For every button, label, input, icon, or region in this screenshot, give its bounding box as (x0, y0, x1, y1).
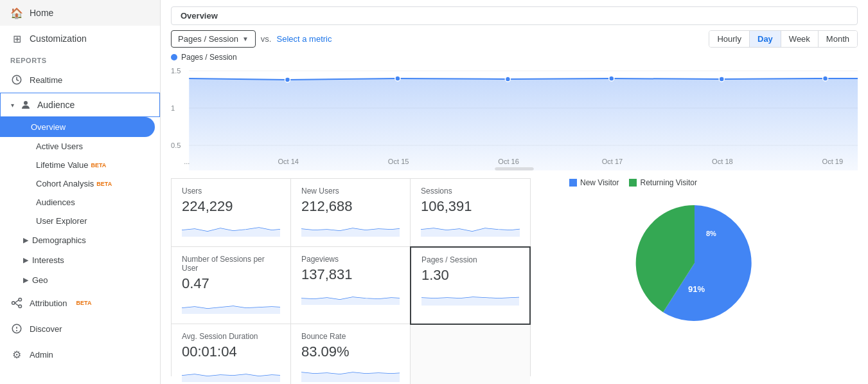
sparkline-bounce-rate (301, 363, 400, 382)
sidebar-admin-label: Admin (30, 350, 53, 360)
svg-point-1 (24, 101, 28, 105)
new-visitor-color (569, 179, 577, 187)
sidebar-item-home[interactable]: 🏠 Home (0, 0, 160, 26)
line-chart: 1.5 1 0.5 (171, 64, 858, 170)
metric-new-users-value: 212,688 (301, 198, 400, 215)
svg-point-17 (285, 77, 290, 82)
sidebar-item-admin[interactable]: ⚙ Admin (0, 342, 160, 367)
sidebar-item-geo[interactable]: ▶ Geo (0, 270, 160, 290)
sidebar-item-overview[interactable]: Overview (0, 117, 155, 137)
reports-section-label: REPORTS (0, 51, 160, 67)
sparkline-pageviews (301, 286, 400, 305)
pie-section: New Visitor Returning Visitor (531, 178, 858, 376)
realtime-icon (10, 73, 23, 86)
metric-bounce-rate-label: Bounce Rate (301, 332, 400, 341)
metric-card-avg-session[interactable]: Avg. Session Duration 00:01:04 (172, 324, 291, 384)
sidebar-demographics-label: Demographics (32, 235, 86, 245)
sparkline-users (182, 217, 280, 237)
chart-area: Pages / Session 1.5 1 0.5 (161, 53, 868, 170)
svg-point-18 (395, 76, 400, 81)
legend-dot (171, 54, 177, 60)
audience-icon (19, 98, 32, 111)
svg-marker-38 (301, 372, 400, 382)
sidebar-attribution-label: Attribution (30, 298, 67, 308)
sidebar-item-demographics[interactable]: ▶ Demographics (0, 230, 160, 250)
metric-dropdown-label: Pages / Session (178, 34, 238, 44)
sparkline-sessions-per-user (182, 295, 280, 314)
metric-card-empty (411, 324, 530, 384)
svg-text:1.5: 1.5 (171, 67, 181, 75)
time-btn-month[interactable]: Month (818, 31, 857, 47)
sidebar-item-discover[interactable]: Discover (0, 316, 160, 342)
svg-point-19 (505, 77, 510, 82)
svg-point-22 (823, 76, 828, 81)
admin-icon: ⚙ (10, 348, 23, 361)
metric-card-new-users[interactable]: New Users 212,688 (291, 179, 411, 247)
dropdown-arrow-icon: ▼ (242, 35, 249, 42)
select-metric-link[interactable]: Select a metric (276, 34, 332, 44)
vs-label: vs. (261, 34, 272, 44)
metric-sessions-per-user-value: 0.47 (182, 275, 280, 292)
metric-card-pages-session[interactable]: Pages / Session 1.30 (410, 246, 531, 325)
svg-line-5 (15, 300, 19, 304)
sidebar-item-realtime[interactable]: Realtime (0, 67, 160, 93)
metric-bounce-rate-value: 83.09% (301, 343, 400, 360)
sidebar-geo-label: Geo (32, 275, 48, 285)
metric-pages-session-value: 1.30 (421, 267, 519, 284)
pie-legend-returning-visitor: Returning Visitor (629, 178, 697, 187)
sidebar-interests-label: Interests (32, 255, 64, 265)
sidebar-item-lifetime-value[interactable]: Lifetime Value BETA (0, 156, 160, 174)
sidebar-item-active-users[interactable]: Active Users (0, 137, 160, 156)
pie-chart: 91% 8% (624, 192, 765, 334)
sidebar-item-attribution[interactable]: Attribution BETA (0, 290, 160, 316)
overview-tab[interactable]: Overview (171, 6, 858, 25)
sidebar: 🏠 Home ⊞ Customization REPORTS Realtime … (0, 0, 161, 384)
svg-point-2 (12, 302, 15, 305)
sidebar-item-cohort[interactable]: Cohort Analysis BETA (0, 174, 160, 193)
sidebar-lifetime-label: Lifetime Value (36, 160, 88, 170)
lifetime-beta-badge: BETA (91, 162, 106, 169)
svg-point-4 (19, 305, 22, 308)
metric-card-sessions[interactable]: Sessions 106,391 (411, 179, 530, 247)
sparkline-new-users (301, 217, 400, 237)
metric-dropdown[interactable]: Pages / Session ▼ (171, 30, 256, 48)
attribution-beta-badge: BETA (76, 300, 92, 306)
svg-text:...: ... (184, 158, 190, 165)
pie-legend-new-visitor: New Visitor (569, 178, 619, 187)
sidebar-audiences-label: Audiences (36, 197, 75, 207)
svg-point-3 (19, 298, 22, 302)
attribution-icon (10, 297, 23, 309)
sidebar-item-user-explorer[interactable]: User Explorer (0, 212, 160, 230)
svg-text:Oct 18: Oct 18 (712, 158, 733, 165)
metric-card-pageviews[interactable]: Pageviews 137,831 (291, 247, 411, 324)
sidebar-item-customization[interactable]: ⊞ Customization (0, 26, 160, 51)
time-btn-week[interactable]: Week (781, 31, 818, 47)
metrics-section: Users 224,229 New Users 212,688 Sessions… (161, 170, 868, 384)
svg-text:Oct 17: Oct 17 (602, 158, 623, 165)
metric-users-value: 224,229 (182, 198, 280, 215)
sidebar-discover-label: Discover (30, 324, 62, 334)
demographics-expand-icon: ▶ (23, 236, 28, 244)
sidebar-item-interests[interactable]: ▶ Interests (0, 250, 160, 270)
sidebar-item-audiences[interactable]: Audiences (0, 193, 160, 212)
svg-point-21 (719, 77, 724, 82)
metric-card-users[interactable]: Users 224,229 (172, 179, 291, 247)
time-btn-day[interactable]: Day (749, 31, 781, 47)
svg-marker-16 (189, 78, 858, 170)
time-btn-hourly[interactable]: Hourly (709, 31, 749, 47)
sparkline-avg-session (182, 363, 280, 382)
metric-sessions-value: 106,391 (421, 198, 520, 215)
svg-line-6 (15, 303, 19, 306)
sidebar-realtime-label: Realtime (30, 75, 62, 85)
metric-card-sessions-per-user[interactable]: Number of Sessions per User 0.47 (172, 247, 291, 324)
returning-visitor-color (629, 179, 637, 187)
new-visitor-label: New Visitor (580, 178, 619, 187)
sidebar-item-audience[interactable]: ▾ Audience (0, 93, 160, 117)
metric-sessions-per-user-label: Number of Sessions per User (182, 255, 280, 273)
sidebar-cohort-label: Cohort Analysis (36, 179, 94, 188)
metric-card-bounce-rate[interactable]: Bounce Rate 83.09% (291, 324, 411, 384)
svg-text:Oct 16: Oct 16 (498, 158, 519, 165)
sparkline-pages-session (421, 286, 519, 306)
metric-pages-session-label: Pages / Session (421, 255, 519, 264)
cohort-beta-badge: BETA (96, 181, 112, 187)
